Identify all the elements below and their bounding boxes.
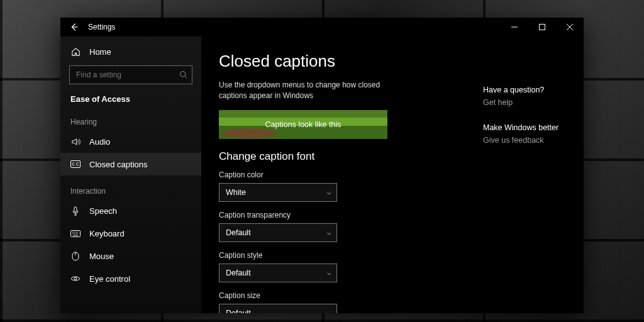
arrow-left-icon bbox=[70, 23, 79, 31]
chevron-down-icon: ⌵ bbox=[327, 269, 331, 277]
page-title: Closed captions bbox=[219, 52, 458, 71]
sidebar-item-label: Closed captions bbox=[89, 160, 148, 169]
sidebar-home[interactable]: Home bbox=[60, 40, 201, 63]
select-value: Default bbox=[226, 228, 251, 237]
close-icon bbox=[567, 24, 573, 30]
rail-question: Have a question? bbox=[483, 86, 566, 94]
sidebar-group-hearing: Hearing bbox=[60, 106, 201, 130]
rail-improve: Make Windows better bbox=[483, 123, 566, 132]
sidebar-item-eye-control[interactable]: Eye control bbox=[60, 267, 201, 290]
settings-window: Settings Home Ease of Access Hearing bbox=[60, 18, 584, 313]
field-caption-size: Caption size Default ⌵ bbox=[219, 291, 458, 313]
field-caption-transparency: Caption transparency Default ⌵ bbox=[219, 211, 458, 242]
cc-icon bbox=[70, 159, 80, 169]
sidebar-item-label: Speech bbox=[89, 206, 117, 216]
select-caption-transparency[interactable]: Default ⌵ bbox=[219, 223, 337, 242]
select-caption-size[interactable]: Default ⌵ bbox=[219, 304, 337, 313]
caption-preview-text: Captions look like this bbox=[265, 120, 341, 129]
select-value: Default bbox=[226, 309, 251, 313]
field-label: Caption color bbox=[219, 170, 458, 179]
sidebar-item-mouse[interactable]: Mouse bbox=[60, 245, 201, 267]
sidebar-item-audio[interactable]: Audio bbox=[60, 130, 201, 153]
field-label: Caption size bbox=[219, 291, 458, 300]
window-title: Settings bbox=[88, 23, 115, 31]
svg-point-1 bbox=[180, 72, 186, 77]
mic-icon bbox=[70, 206, 80, 216]
minimize-button[interactable] bbox=[501, 18, 528, 36]
close-button[interactable] bbox=[556, 18, 584, 36]
select-caption-style[interactable]: Default ⌵ bbox=[219, 264, 337, 282]
svg-rect-0 bbox=[540, 25, 545, 30]
svg-rect-3 bbox=[74, 207, 77, 212]
maximize-button[interactable] bbox=[528, 18, 556, 36]
titlebar: Settings bbox=[60, 18, 584, 36]
sidebar: Home Ease of Access Hearing Audio bbox=[60, 36, 201, 313]
back-button[interactable] bbox=[60, 18, 88, 36]
mouse-icon bbox=[70, 251, 80, 261]
select-caption-color[interactable]: White ⌵ bbox=[219, 183, 337, 202]
page-description: Use the dropdown menus to change how clo… bbox=[219, 80, 408, 101]
maximize-icon bbox=[539, 24, 545, 30]
sidebar-item-label: Eye control bbox=[89, 274, 130, 284]
sidebar-category: Ease of Access bbox=[60, 89, 201, 106]
svg-point-6 bbox=[74, 277, 77, 280]
right-rail: Have a question? Get help Make Windows b… bbox=[483, 52, 566, 313]
sidebar-home-label: Home bbox=[89, 47, 111, 57]
search-input[interactable] bbox=[69, 65, 192, 84]
sidebar-item-label: Keyboard bbox=[89, 229, 125, 238]
field-caption-style: Caption style Default ⌵ bbox=[219, 251, 458, 282]
give-feedback-link[interactable]: Give us feedback bbox=[483, 136, 566, 145]
get-help-link[interactable]: Get help bbox=[483, 98, 566, 107]
main-content: Closed captions Use the dropdown menus t… bbox=[201, 36, 584, 313]
chevron-down-icon: ⌵ bbox=[327, 228, 331, 236]
home-icon bbox=[70, 47, 80, 57]
sidebar-item-label: Mouse bbox=[89, 252, 114, 261]
sidebar-group-interaction: Interaction bbox=[60, 175, 201, 199]
sidebar-item-closed-captions[interactable]: Closed captions bbox=[60, 153, 201, 175]
minimize-icon bbox=[511, 24, 518, 30]
sidebar-item-label: Audio bbox=[89, 137, 110, 147]
chevron-down-icon: ⌵ bbox=[327, 309, 331, 313]
keyboard-icon bbox=[70, 228, 80, 238]
eye-icon bbox=[70, 274, 80, 284]
sidebar-item-speech[interactable]: Speech bbox=[60, 199, 201, 222]
field-label: Caption transparency bbox=[219, 211, 458, 219]
field-caption-color: Caption color White ⌵ bbox=[219, 170, 458, 202]
select-value: Default bbox=[226, 269, 251, 277]
audio-icon bbox=[70, 136, 80, 147]
field-label: Caption style bbox=[219, 251, 458, 260]
sidebar-item-keyboard[interactable]: Keyboard bbox=[60, 222, 201, 245]
search-icon bbox=[179, 70, 187, 79]
chevron-down-icon: ⌵ bbox=[327, 188, 331, 196]
select-value: White bbox=[226, 188, 246, 197]
section-heading: Change caption font bbox=[219, 150, 458, 163]
search-container bbox=[60, 63, 201, 89]
caption-preview: Captions look like this bbox=[219, 110, 387, 139]
